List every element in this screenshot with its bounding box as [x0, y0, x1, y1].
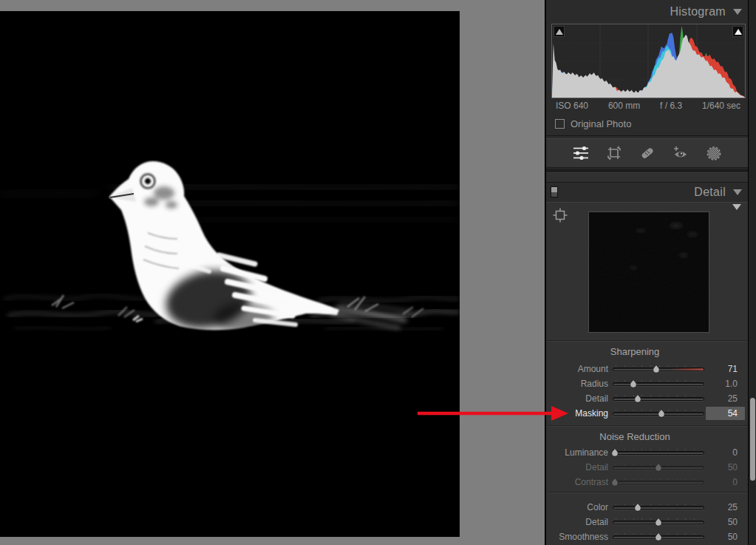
slider-track-amount[interactable]	[613, 368, 704, 371]
masking-icon	[705, 144, 723, 162]
red-annotation-arrow	[414, 402, 573, 424]
healing-icon	[638, 144, 656, 162]
slider-value-detail[interactable]: 25	[706, 392, 745, 405]
shadow-clipping-icon	[556, 29, 563, 35]
right-panel-group: Histogram ISO 64	[545, 0, 756, 545]
highlight-clipping-button[interactable]	[732, 26, 743, 37]
slider-thumb-color[interactable]	[633, 503, 642, 512]
shadow-clipping-button[interactable]	[554, 26, 565, 37]
slider-value-radius[interactable]: 1.0	[706, 377, 745, 390]
slider-thumb-detail[interactable]	[654, 518, 663, 527]
highlight-clipping-icon	[735, 29, 742, 35]
exif-item: 600 mm	[608, 101, 640, 111]
slider-thumb-masking[interactable]	[657, 409, 666, 419]
slider-track-color[interactable]	[613, 506, 704, 510]
noise-reduction-section-title: Noise Reduction	[546, 431, 723, 442]
slider-track-smoothness[interactable]	[613, 535, 704, 539]
slider-thumb-radius[interactable]	[629, 379, 638, 389]
slider-value-detail[interactable]: 50	[706, 461, 745, 474]
slider-value-luminance[interactable]: 0	[706, 446, 745, 459]
slider-value-amount[interactable]: 71	[706, 362, 745, 376]
slider-row-detail: Detail50	[546, 515, 748, 529]
slider-label-color: Color	[546, 500, 608, 515]
slider-label-contrast: Contrast	[546, 475, 608, 490]
red-eye-tool-button[interactable]	[672, 144, 689, 162]
slider-row-detail: Detail25	[546, 391, 748, 406]
slider-label-smoothness: Smoothness	[546, 529, 608, 544]
lightroom-develop-view: Histogram ISO 64	[0, 0, 756, 545]
slider-track-detail[interactable]	[613, 397, 704, 401]
slider-thumb-contrast[interactable]	[610, 478, 619, 487]
section-divider	[546, 135, 748, 136]
histogram-title: Histogram	[670, 5, 726, 18]
original-photo-checkbox[interactable]	[555, 119, 565, 129]
masking-tool-button[interactable]	[705, 144, 723, 162]
detail-header-row: Detail	[546, 183, 748, 202]
detail-collapse-icon[interactable]	[733, 189, 742, 195]
exif-item: f / 6.3	[660, 101, 682, 111]
preview-target-picker-button[interactable]	[553, 208, 568, 223]
slider-value-detail[interactable]: 50	[706, 515, 745, 529]
original-photo-label: Original Photo	[571, 118, 631, 129]
collapsed-panel-bar[interactable]	[546, 172, 748, 183]
slider-row-color: Color25	[546, 500, 748, 515]
histogram-plot	[552, 24, 745, 98]
slider-row-amount: Amount71	[546, 362, 748, 376]
separator	[546, 425, 748, 426]
slider-label-amount: Amount	[546, 362, 608, 376]
slider-thumb-detail[interactable]	[633, 394, 642, 404]
slider-track-radius[interactable]	[613, 382, 704, 386]
bird-edge-mask-image	[0, 11, 460, 537]
slider-label-detail: Detail	[546, 515, 608, 529]
detail-preview-image	[589, 212, 709, 332]
slider-label-radius: Radius	[546, 376, 608, 391]
slider-thumb-smoothness[interactable]	[654, 532, 663, 542]
red-eye-icon	[672, 144, 689, 162]
slider-track-contrast[interactable]	[613, 481, 704, 484]
slider-value-contrast[interactable]: 0	[706, 475, 745, 489]
slider-row-detail: Detail50	[546, 460, 748, 475]
slider-row-radius: Radius1.0	[546, 376, 748, 391]
edit-sliders-tool-button[interactable]	[572, 144, 590, 162]
slider-value-color[interactable]: 25	[706, 501, 745, 514]
crosshair-icon	[553, 208, 568, 223]
scrollbar-thumb[interactable]	[750, 398, 755, 481]
slider-value-smoothness[interactable]: 50	[706, 530, 745, 544]
slider-track-masking[interactable]	[613, 412, 704, 416]
slider-thumb-amount[interactable]	[652, 365, 661, 374]
histogram-chart[interactable]	[551, 24, 746, 98]
slider-track-detail[interactable]	[613, 521, 704, 524]
detail-panel-header[interactable]: Detail	[546, 183, 748, 202]
exif-info-row: ISO 640600 mmf / 6.31/640 sec	[556, 101, 740, 111]
photo-mask-preview[interactable]	[0, 11, 460, 537]
slider-row-contrast: Contrast0	[546, 475, 748, 490]
slider-row-masking: Masking54	[546, 406, 748, 421]
slider-track-luminance[interactable]	[613, 451, 704, 455]
slider-label-luminance: Luminance	[546, 445, 608, 460]
preview-collapse-icon[interactable]	[732, 210, 741, 223]
sharpening-section-title: Sharpening	[546, 346, 723, 357]
original-photo-row: Original Photo	[555, 118, 631, 129]
panel-scrollbar[interactable]	[748, 0, 756, 545]
crop-tool-button[interactable]	[605, 144, 623, 162]
histogram-panel-header[interactable]: Histogram	[546, 2, 748, 21]
toolstrip	[546, 138, 748, 168]
slider-track-detail[interactable]	[613, 466, 704, 470]
separator	[546, 492, 748, 492]
edit-sliders-icon	[572, 144, 590, 162]
sharpen-detail-preview[interactable]	[588, 211, 709, 333]
exif-item: ISO 640	[556, 101, 588, 111]
detail-title: Detail	[694, 186, 726, 199]
crop-icon	[605, 144, 623, 162]
detail-panel-content: Sharpening Amount71Radius1.0Detail25Mask…	[546, 202, 748, 545]
exif-item: 1/640 sec	[702, 101, 740, 111]
develop-panel: Histogram ISO 64	[546, 0, 748, 545]
slider-thumb-luminance[interactable]	[610, 448, 619, 458]
healing-tool-button[interactable]	[638, 144, 656, 162]
histogram-collapse-icon[interactable]	[733, 9, 742, 15]
slider-row-luminance: Luminance0	[546, 445, 748, 460]
separator	[546, 340, 748, 341]
slider-thumb-detail[interactable]	[654, 463, 663, 473]
slider-row-smoothness: Smoothness50	[546, 529, 748, 544]
slider-value-masking[interactable]: 54	[706, 407, 745, 420]
